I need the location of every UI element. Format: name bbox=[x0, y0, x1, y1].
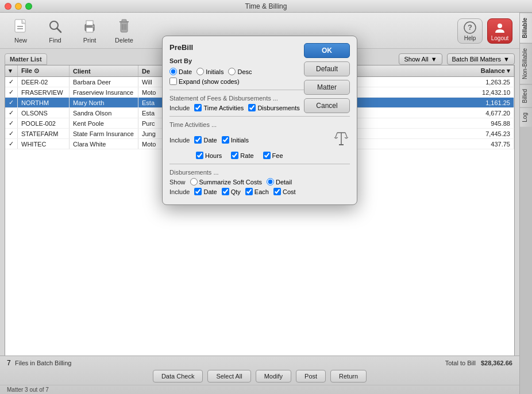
dis-show-row: Show Summarize Soft Costs Detail bbox=[169, 178, 350, 186]
sort-initials-option[interactable]: Initials bbox=[196, 68, 223, 75]
sidebar-tab-billed[interactable]: Billed bbox=[520, 84, 532, 107]
dis-date-label: Date bbox=[203, 188, 217, 195]
svg-rect-22 bbox=[339, 144, 344, 145]
statement-include-label: Include bbox=[169, 105, 190, 111]
dis-date-checkbox[interactable] bbox=[194, 188, 202, 195]
cancel-button[interactable]: Cancel bbox=[304, 98, 350, 113]
time-activities-section-label: Time Activities ... bbox=[169, 121, 350, 128]
help-label: Help bbox=[464, 35, 476, 41]
expand-checkbox[interactable] bbox=[169, 78, 177, 85]
sidebar-tab-billable[interactable]: Billable bbox=[520, 13, 532, 43]
dis-each-checkbox[interactable] bbox=[245, 188, 253, 195]
dis-each-label: Each bbox=[255, 188, 269, 195]
dis-cost-label: Cost bbox=[283, 188, 296, 195]
expand-option[interactable]: Expand (show codes) bbox=[169, 78, 240, 85]
summarize-radio[interactable] bbox=[190, 178, 198, 186]
help-button[interactable]: ? Help bbox=[457, 18, 483, 44]
expand-label: Expand (show codes) bbox=[179, 78, 240, 85]
bottom-bar: 7 Files in Batch Billing Total to Bill $… bbox=[0, 356, 519, 394]
detail-radio[interactable] bbox=[267, 178, 274, 186]
top-right-buttons: ? Help Logout bbox=[457, 18, 512, 44]
matter-button[interactable]: Matter bbox=[304, 80, 350, 95]
sort-desc-option[interactable]: Desc bbox=[228, 68, 252, 75]
prebill-dialog: OK Default Matter Cancel PreBill Sort By… bbox=[162, 36, 357, 205]
post-button[interactable]: Post bbox=[296, 370, 326, 383]
ta-date-checkbox[interactable] bbox=[194, 136, 202, 144]
summarize-option[interactable]: Summarize Soft Costs bbox=[190, 178, 262, 186]
logout-icon bbox=[494, 21, 506, 34]
sort-desc-radio[interactable] bbox=[228, 68, 236, 75]
time-activities-label: Time Activities bbox=[203, 105, 244, 111]
default-button[interactable]: Default bbox=[304, 61, 350, 76]
disbursements-checkbox[interactable] bbox=[248, 104, 256, 111]
ta-fee-option[interactable]: Fee bbox=[263, 152, 283, 159]
sort-date-radio[interactable] bbox=[169, 68, 177, 75]
ta-initials-checkbox[interactable] bbox=[222, 136, 229, 144]
detail-option[interactable]: Detail bbox=[267, 178, 292, 186]
dis-qty-option[interactable]: Qty bbox=[222, 188, 241, 195]
total-info: Total to Bill $28,362.66 bbox=[445, 360, 512, 366]
dis-include-label: Include bbox=[169, 188, 190, 195]
ok-button[interactable]: OK bbox=[304, 43, 350, 58]
dis-show-label: Show bbox=[169, 179, 186, 186]
ta-initials-label: Initials bbox=[231, 137, 249, 144]
logout-button[interactable]: Logout bbox=[487, 18, 512, 44]
scales-icon bbox=[333, 130, 350, 149]
minimize-button[interactable] bbox=[15, 3, 22, 10]
dis-each-option[interactable]: Each bbox=[245, 188, 269, 195]
svg-line-21 bbox=[345, 133, 347, 137]
total-label: Total to Bill bbox=[445, 360, 476, 366]
dis-qty-checkbox[interactable] bbox=[222, 188, 229, 195]
dis-date-option[interactable]: Date bbox=[194, 188, 217, 195]
files-label: Files in Batch Billing bbox=[15, 360, 71, 366]
total-amount: $28,362.66 bbox=[481, 360, 512, 366]
return-button[interactable]: Return bbox=[330, 370, 367, 383]
maximize-button[interactable] bbox=[25, 3, 32, 10]
disbursements-section-label: Disbursements ... bbox=[169, 169, 350, 176]
bottom-buttons: Data Check Select All Modify Post Return bbox=[0, 368, 519, 385]
ta-hours-option[interactable]: Hours bbox=[196, 152, 222, 159]
ta-rate-checkbox[interactable] bbox=[231, 152, 238, 159]
dialog-overlay: OK Default Matter Cancel PreBill Sort By… bbox=[0, 13, 519, 394]
ta-include-row: Include Date Initials bbox=[169, 130, 350, 149]
sort-date-option[interactable]: Date bbox=[169, 68, 192, 75]
disbursements-option[interactable]: Disbursements bbox=[248, 104, 299, 111]
sort-initials-label: Initials bbox=[206, 68, 223, 75]
ta-initials-option[interactable]: Initials bbox=[222, 136, 249, 144]
ta-fee-checkbox[interactable] bbox=[263, 152, 271, 159]
separator-3 bbox=[169, 164, 350, 164]
disbursements-label: Disbursements bbox=[257, 105, 299, 111]
svg-text:?: ? bbox=[468, 23, 472, 32]
sidebar-tab-log[interactable]: Log bbox=[520, 107, 532, 127]
time-activities-checkbox[interactable] bbox=[194, 104, 202, 111]
sort-initials-radio[interactable] bbox=[196, 68, 204, 75]
files-count: 7 bbox=[7, 359, 11, 367]
dis-cost-checkbox[interactable] bbox=[273, 188, 281, 195]
ta-fee-label: Fee bbox=[272, 152, 283, 159]
ta-hours-row: Hours Rate Fee bbox=[169, 152, 350, 159]
sort-date-label: Date bbox=[179, 68, 192, 75]
select-all-button[interactable]: Select All bbox=[207, 370, 250, 383]
separator-2 bbox=[169, 116, 350, 117]
help-icon: ? bbox=[464, 21, 476, 34]
sidebar-tab-nonbillable[interactable]: Non-Billable bbox=[520, 43, 532, 84]
svg-line-20 bbox=[336, 133, 337, 137]
dis-cost-option[interactable]: Cost bbox=[273, 188, 296, 195]
ta-hours-checkbox[interactable] bbox=[196, 152, 203, 159]
data-check-button[interactable]: Data Check bbox=[153, 370, 203, 383]
detail-label: Detail bbox=[276, 179, 292, 186]
window-controls[interactable] bbox=[5, 3, 32, 10]
dis-include-row: Include Date Qty Each Cost bbox=[169, 188, 350, 195]
ta-rate-label: Rate bbox=[240, 152, 253, 159]
dialog-button-group: OK Default Matter Cancel bbox=[304, 43, 350, 113]
time-activities-option[interactable]: Time Activities bbox=[194, 104, 244, 111]
ta-rate-option[interactable]: Rate bbox=[231, 152, 253, 159]
files-info: 7 Files in Batch Billing bbox=[7, 359, 71, 367]
ta-date-label: Date bbox=[203, 137, 217, 144]
ta-date-option[interactable]: Date bbox=[194, 136, 217, 144]
close-button[interactable] bbox=[5, 3, 11, 10]
svg-point-17 bbox=[498, 24, 502, 28]
sort-desc-label: Desc bbox=[237, 68, 252, 75]
window-title: Time & Billing bbox=[245, 2, 287, 10]
modify-button[interactable]: Modify bbox=[256, 370, 291, 383]
